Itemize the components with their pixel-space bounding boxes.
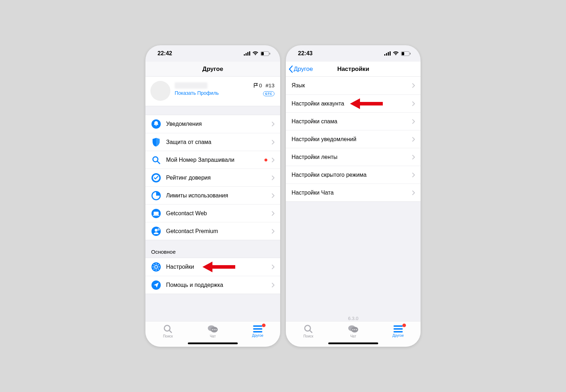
row-usage-limits[interactable]: Лимиты использования xyxy=(145,186,280,204)
svg-line-25 xyxy=(154,264,154,265)
row-label: Мой Номер Запрашивали xyxy=(166,157,264,163)
header: Другое xyxy=(145,62,280,77)
chat-icon xyxy=(348,324,359,334)
row-notification-settings[interactable]: Настройки уведомлений xyxy=(286,130,421,148)
tab-search[interactable]: Поиск xyxy=(145,321,190,341)
row-label: Настройки xyxy=(166,264,272,270)
svg-line-9 xyxy=(157,161,160,164)
content-scroll[interactable]: Показать Профиль 0 #13 GTC xyxy=(145,77,280,321)
row-label: Защита от спама xyxy=(166,139,272,145)
notification-dot xyxy=(264,159,267,161)
battery-icon xyxy=(261,51,270,56)
profile-name-blurred xyxy=(175,82,207,89)
cellular-icon xyxy=(384,51,391,56)
svg-point-36 xyxy=(214,329,215,330)
gtc-badge: GTC xyxy=(263,91,275,96)
svg-rect-46 xyxy=(402,52,404,55)
status-time: 22:42 xyxy=(158,50,172,57)
hash-count: #13 xyxy=(266,82,274,88)
status-icons xyxy=(244,51,270,56)
status-bar: 22:42 xyxy=(145,45,280,62)
chevron-right-icon xyxy=(272,264,274,269)
tab-other[interactable]: Другое xyxy=(235,321,280,341)
back-label: Другое xyxy=(294,66,313,73)
row-trust-rating[interactable]: Рейтинг доверия xyxy=(145,169,280,186)
row-hidden-mode-settings[interactable]: Настройки скрытого режима xyxy=(286,166,421,184)
menu-icon xyxy=(253,325,262,333)
svg-point-35 xyxy=(212,329,213,330)
chevron-right-icon xyxy=(272,175,274,180)
phone-left: 22:42 Другое Показать Профиль xyxy=(145,45,280,347)
chevron-left-icon xyxy=(289,66,293,73)
tab-label: Другое xyxy=(252,334,263,337)
svg-point-17 xyxy=(155,229,158,232)
page-title: Другое xyxy=(202,66,223,73)
row-help-support[interactable]: Помощь и поддержка xyxy=(145,276,280,294)
section-label-main: Основное xyxy=(145,249,280,258)
row-chat-settings[interactable]: Настройки Чата xyxy=(286,184,421,201)
shield-icon xyxy=(152,138,160,147)
svg-rect-44 xyxy=(390,51,391,56)
svg-point-54 xyxy=(354,329,355,330)
row-getcontact-premium[interactable]: Getcontact Premium xyxy=(145,222,280,240)
svg-rect-42 xyxy=(386,53,387,56)
header: Другое Настройки xyxy=(286,62,421,77)
battery-icon xyxy=(401,51,411,56)
chevron-right-icon xyxy=(272,283,274,288)
row-spam-protection[interactable]: Защита от спама xyxy=(145,133,280,151)
tab-chat[interactable]: Чат xyxy=(331,321,376,341)
show-profile-link[interactable]: Показать Профиль xyxy=(175,90,253,96)
premium-icon xyxy=(151,227,161,236)
row-notifications[interactable]: Уведомления xyxy=(145,115,280,133)
svg-point-53 xyxy=(353,329,354,330)
chevron-right-icon xyxy=(272,211,274,216)
chevron-right-icon xyxy=(272,122,274,127)
svg-point-37 xyxy=(216,329,217,330)
row-label: Настройки аккаунта xyxy=(292,100,412,107)
row-getcontact-web[interactable]: Getcontact Web xyxy=(145,204,280,222)
row-spam-settings[interactable]: Настройки спама xyxy=(286,112,421,130)
home-indicator xyxy=(188,342,238,344)
tab-search[interactable]: Поиск xyxy=(286,321,331,341)
chevron-right-icon xyxy=(272,193,274,198)
tab-other[interactable]: Другое xyxy=(376,321,421,341)
svg-rect-15 xyxy=(153,215,159,216)
menu-section-2: Настройки Помощь и поддержка xyxy=(145,258,280,294)
profile-card[interactable]: Показать Профиль 0 #13 GTC xyxy=(145,77,280,106)
chevron-right-icon xyxy=(412,101,415,106)
row-language[interactable]: Язык xyxy=(286,77,421,94)
wifi-icon xyxy=(393,51,399,56)
chevron-right-icon xyxy=(412,119,415,124)
svg-rect-2 xyxy=(247,52,248,56)
svg-rect-47 xyxy=(410,53,411,55)
row-label: Лимиты использования xyxy=(166,192,272,199)
status-bar: 22:43 xyxy=(286,45,421,62)
tab-label: Поиск xyxy=(163,334,173,338)
home-indicator xyxy=(328,342,378,344)
settings-list: Язык Настройки аккаунта Настройки спама … xyxy=(286,77,421,202)
flag-count: 0 xyxy=(259,82,262,88)
phone-right: 22:43 Другое Настройки Язык Настрой xyxy=(286,45,421,347)
row-account-settings[interactable]: Настройки аккаунта xyxy=(286,94,421,112)
search-icon xyxy=(163,324,173,334)
svg-rect-5 xyxy=(261,52,264,55)
svg-rect-41 xyxy=(384,54,385,56)
content-scroll[interactable]: Язык Настройки аккаунта Настройки спама … xyxy=(286,77,421,321)
svg-line-50 xyxy=(310,330,312,332)
page-title: Настройки xyxy=(337,66,369,73)
send-icon xyxy=(151,280,161,290)
svg-rect-40 xyxy=(253,331,262,332)
back-button[interactable]: Другое xyxy=(289,62,313,76)
tab-chat[interactable]: Чат xyxy=(190,321,235,341)
svg-line-27 xyxy=(154,269,154,269)
bell-icon xyxy=(151,119,161,129)
svg-rect-3 xyxy=(249,51,250,56)
row-number-requested[interactable]: Мой Номер Запрашивали xyxy=(145,151,280,169)
row-feed-settings[interactable]: Настройки ленты xyxy=(286,148,421,166)
row-settings[interactable]: Настройки xyxy=(145,258,280,276)
row-label: Язык xyxy=(292,82,412,89)
status-time: 22:43 xyxy=(298,50,313,57)
row-label: Настройки уведомлений xyxy=(292,136,412,143)
search-icon xyxy=(304,324,313,334)
search-icon xyxy=(152,156,160,164)
